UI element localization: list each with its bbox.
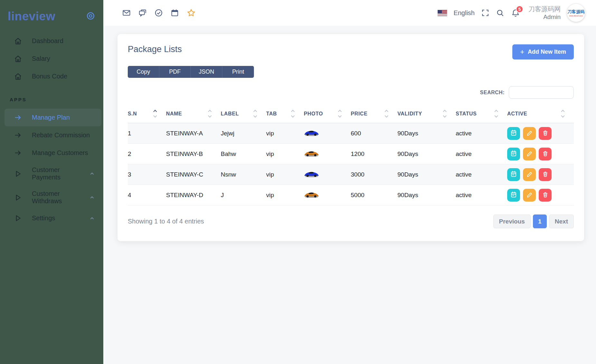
- pencil-icon: [526, 130, 533, 137]
- column-label: LABEL: [221, 111, 239, 117]
- label-cell: J: [221, 185, 266, 205]
- blue-car-image: [304, 131, 319, 138]
- sidebar-item-salary[interactable]: Salary: [0, 50, 103, 68]
- price-cell: 5000: [351, 185, 397, 205]
- page-1-button[interactable]: 1: [533, 214, 547, 228]
- column-header-label[interactable]: LABEL: [221, 108, 266, 123]
- delete-button[interactable]: [539, 148, 552, 160]
- json-export-button[interactable]: JSON: [191, 66, 222, 78]
- previous-page-button[interactable]: Previous: [493, 214, 531, 228]
- delete-button[interactable]: [539, 189, 552, 202]
- user-info[interactable]: 刀客源码网 Admin: [528, 5, 561, 21]
- edit-button[interactable]: [523, 127, 536, 140]
- detail-button[interactable]: [507, 189, 520, 202]
- orange-car-image: [304, 151, 319, 158]
- notifications-button[interactable]: 5: [511, 8, 520, 17]
- column-header-photo[interactable]: PHOTO: [304, 108, 351, 123]
- column-header-validity[interactable]: VALIDITY: [397, 108, 456, 123]
- detail-button[interactable]: [507, 168, 520, 181]
- sn-cell: 3: [128, 164, 166, 185]
- play-icon: [14, 214, 22, 223]
- sort-icon: [443, 110, 446, 117]
- copy-export-button[interactable]: Copy: [128, 66, 159, 78]
- sidebar-item-manage-plan[interactable]: Manage Plan: [5, 109, 101, 126]
- delete-button[interactable]: [539, 168, 552, 181]
- topbar-quick-icons: [122, 8, 196, 18]
- column-header-price[interactable]: PRICE: [351, 108, 397, 123]
- edit-button[interactable]: [523, 189, 536, 202]
- search-icon[interactable]: [496, 9, 505, 17]
- price-cell: 1200: [351, 144, 397, 164]
- sidebar-item-label: Salary: [32, 55, 97, 62]
- table-row: 4STEINWAY-DJvip500090Daysactive: [128, 185, 574, 205]
- calendar-icon[interactable]: [170, 8, 179, 17]
- add-new-item-button[interactable]: + Add New Item: [512, 44, 574, 59]
- actions-cell: [507, 164, 574, 185]
- sort-icon: [209, 110, 211, 117]
- avatar[interactable]: 刀客源码 www.dkewl.com: [567, 4, 585, 22]
- page-title: Package Lists: [128, 44, 182, 54]
- sn-cell: 4: [128, 185, 166, 205]
- mail-icon[interactable]: [122, 8, 131, 17]
- chat-icon[interactable]: [138, 8, 147, 17]
- label-cell: Bahw: [221, 144, 266, 164]
- sidebar-toggle-icon[interactable]: [86, 12, 95, 22]
- arrow-icon: [14, 131, 22, 140]
- sidebar-item-customer-payments[interactable]: Customer Payments: [0, 162, 103, 186]
- chevron-up-icon: [89, 171, 95, 177]
- sidebar-item-label: Rebate Commission: [32, 132, 97, 139]
- edit-button[interactable]: [523, 148, 536, 160]
- sidebar-item-dashboard[interactable]: Dashboard: [0, 32, 103, 50]
- chevron-up-icon: [89, 195, 95, 200]
- us-flag-icon[interactable]: [438, 10, 447, 16]
- validity-cell: 90Days: [397, 164, 456, 185]
- edit-button[interactable]: [523, 168, 536, 181]
- sidebar-nav-top: DashboardSalaryBonus Code: [0, 28, 103, 85]
- notification-count-badge: 5: [516, 5, 523, 13]
- column-header-active[interactable]: ACTIVE: [507, 108, 574, 123]
- search-input[interactable]: [509, 86, 574, 99]
- trash-icon: [542, 150, 549, 158]
- content-area: Package Lists + Add New Item CopyPDFJSON…: [103, 26, 596, 364]
- pdf-export-button[interactable]: PDF: [159, 66, 191, 78]
- column-header-s-n[interactable]: S.N: [128, 108, 166, 123]
- detail-button[interactable]: [507, 148, 520, 160]
- chevron-up-icon: [89, 215, 95, 221]
- sidebar-item-customer-withdraws[interactable]: Customer Withdraws: [0, 186, 103, 209]
- packages-table: S.NNAMELABELTABPHOTOPRICEVALIDITYSTATUSA…: [128, 108, 574, 205]
- topbar: English 5 刀客源码网 Admin: [103, 0, 596, 26]
- column-label: PHOTO: [304, 111, 323, 117]
- sidebar-item-manage-customers[interactable]: Manage Customers: [0, 144, 103, 162]
- card-header: Package Lists + Add New Item: [128, 44, 574, 59]
- print-export-button[interactable]: Print: [222, 66, 254, 78]
- column-header-status[interactable]: STATUS: [456, 108, 507, 123]
- trash-icon: [542, 130, 549, 137]
- sort-icon: [154, 110, 156, 117]
- sn-cell: 2: [128, 144, 166, 164]
- fullscreen-icon[interactable]: [481, 9, 489, 17]
- sidebar-item-settings[interactable]: Settings: [0, 209, 103, 227]
- showing-entries-text: Showing 1 to 4 of 4 entries: [128, 218, 204, 225]
- validity-cell: 90Days: [397, 185, 456, 205]
- check-circle-icon[interactable]: [154, 8, 163, 17]
- sidebar-item-label: Settings: [32, 214, 89, 222]
- sort-icon: [495, 110, 498, 117]
- language-selector[interactable]: English: [453, 9, 475, 17]
- star-icon[interactable]: [186, 8, 196, 18]
- sidebar-item-bonus-code[interactable]: Bonus Code: [0, 68, 103, 85]
- delete-button[interactable]: [539, 127, 552, 140]
- table-header-row: S.NNAMELABELTABPHOTOPRICEVALIDITYSTATUSA…: [128, 108, 574, 123]
- sidebar-section-label: APPS: [0, 85, 103, 104]
- table-footer: Showing 1 to 4 of 4 entries Previous 1 N…: [128, 214, 574, 228]
- topbar-right: English 5 刀客源码网 Admin: [438, 4, 585, 22]
- column-header-name[interactable]: NAME: [166, 108, 221, 123]
- actions-cell: [507, 123, 574, 144]
- next-page-button[interactable]: Next: [549, 214, 574, 228]
- column-header-tab[interactable]: TAB: [266, 108, 304, 123]
- sort-icon: [254, 110, 256, 117]
- export-button-group: CopyPDFJSONPrint: [128, 66, 254, 78]
- search-label: SEARCH:: [480, 90, 505, 96]
- detail-button[interactable]: [507, 127, 520, 140]
- avatar-logo-text: 刀客源码: [567, 9, 585, 15]
- sidebar-item-rebate-commission[interactable]: Rebate Commission: [0, 126, 103, 144]
